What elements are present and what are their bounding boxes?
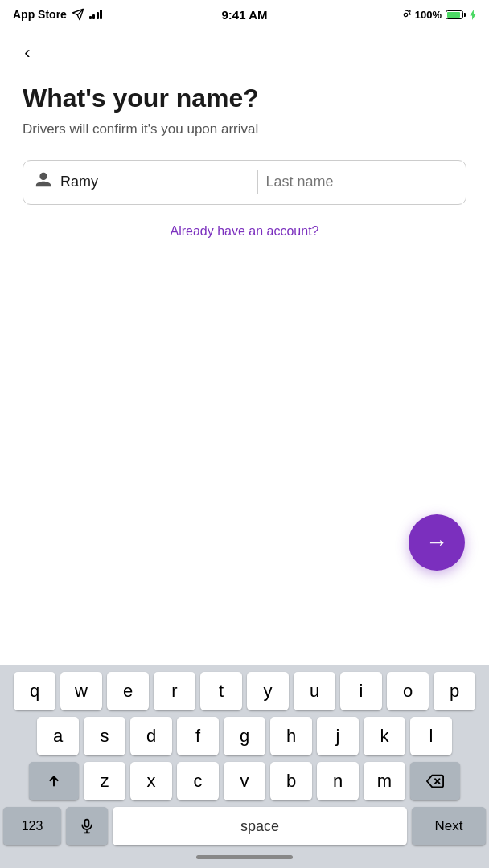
shift-key[interactable]: [29, 762, 79, 800]
key-y[interactable]: y: [247, 672, 289, 710]
key-m[interactable]: m: [364, 762, 405, 800]
name-divider: [257, 170, 258, 194]
delete-key[interactable]: [410, 762, 460, 800]
key-j[interactable]: j: [317, 717, 359, 755]
lock-rotation-icon: [401, 10, 411, 20]
key-v[interactable]: v: [224, 762, 265, 800]
key-q[interactable]: q: [14, 672, 55, 710]
key-o[interactable]: o: [387, 672, 429, 710]
key-n[interactable]: n: [317, 762, 359, 800]
main-content: What's your name? Drivers will confirm i…: [0, 74, 489, 239]
key-c[interactable]: c: [177, 762, 219, 800]
shift-icon: [45, 772, 63, 790]
status-bar: App Store 9:41 AM 100%: [0, 0, 489, 29]
app-store-label: App Store: [13, 8, 67, 21]
mic-icon: [79, 817, 95, 835]
back-arrow-icon: ‹: [24, 43, 30, 63]
mic-key[interactable]: [66, 807, 108, 845]
key-x[interactable]: x: [130, 762, 172, 800]
page-subtitle: Drivers will confirm it's you upon arriv…: [23, 121, 466, 137]
key-p[interactable]: p: [434, 672, 475, 710]
key-d[interactable]: d: [130, 717, 172, 755]
svg-rect-5: [85, 820, 89, 827]
key-e[interactable]: e: [107, 672, 149, 710]
status-right: 100%: [401, 9, 476, 21]
back-button[interactable]: ‹: [10, 35, 45, 71]
keyboard-row-1: q w e r t y u i o p: [3, 672, 486, 710]
key-s[interactable]: s: [84, 717, 125, 755]
key-w[interactable]: w: [60, 672, 102, 710]
num-key[interactable]: 123: [3, 807, 61, 845]
svg-marker-1: [470, 10, 475, 20]
next-key[interactable]: Next: [412, 807, 486, 845]
key-u[interactable]: u: [294, 672, 335, 710]
keyboard: q w e r t y u i o p a s d f g h j k l z …: [0, 665, 489, 868]
battery-icon: [446, 10, 466, 19]
home-bar: [3, 845, 486, 868]
key-b[interactable]: b: [270, 762, 312, 800]
key-t[interactable]: t: [200, 672, 242, 710]
home-bar-line: [196, 855, 293, 859]
status-time: 9:41 AM: [222, 8, 268, 22]
key-z[interactable]: z: [84, 762, 125, 800]
airplane-icon: [72, 8, 84, 21]
key-g[interactable]: g: [224, 717, 265, 755]
already-account-link[interactable]: Already have an account?: [23, 224, 466, 239]
person-icon: [35, 171, 52, 193]
key-a[interactable]: a: [37, 717, 79, 755]
name-input-row: [23, 160, 466, 205]
delete-icon: [426, 772, 444, 790]
next-fab-button[interactable]: →: [409, 514, 465, 571]
keyboard-row-2: a s d f g h j k l: [3, 717, 486, 755]
key-f[interactable]: f: [177, 717, 219, 755]
keyboard-bottom-row: 123 space Next: [3, 807, 486, 845]
key-h[interactable]: h: [270, 717, 312, 755]
page-title: What's your name?: [23, 84, 466, 113]
key-k[interactable]: k: [364, 717, 405, 755]
signal-bars: [89, 10, 103, 19]
svg-point-0: [404, 13, 407, 16]
charging-icon: [470, 10, 476, 20]
battery-percent-label: 100%: [415, 9, 442, 21]
last-name-input[interactable]: [266, 174, 455, 190]
space-key[interactable]: space: [113, 807, 407, 845]
status-left: App Store: [13, 8, 102, 21]
first-name-input[interactable]: [60, 174, 249, 190]
key-i[interactable]: i: [340, 672, 382, 710]
key-l[interactable]: l: [410, 717, 452, 755]
key-r[interactable]: r: [154, 672, 195, 710]
keyboard-row-3: z x c v b n m: [3, 762, 486, 800]
next-arrow-icon: →: [425, 530, 448, 555]
